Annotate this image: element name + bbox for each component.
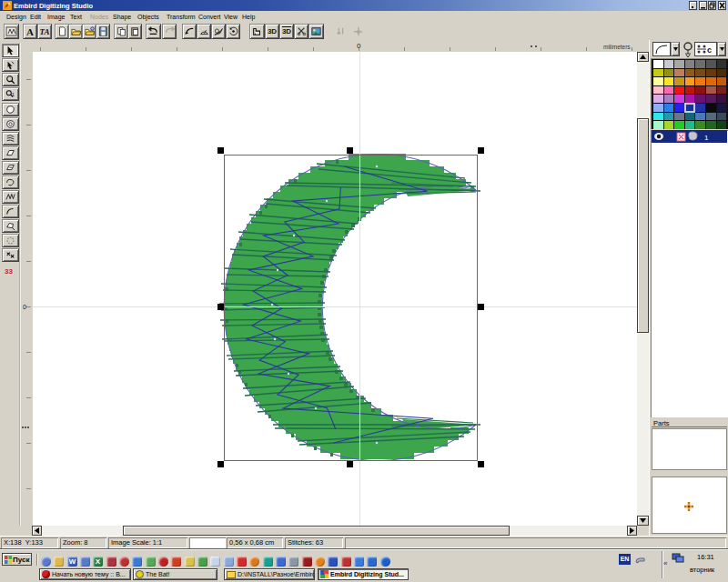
- svg-text:1: 1: [12, 92, 15, 97]
- svg-text:c: c: [707, 45, 712, 55]
- svg-text:1: 1: [704, 134, 709, 142]
